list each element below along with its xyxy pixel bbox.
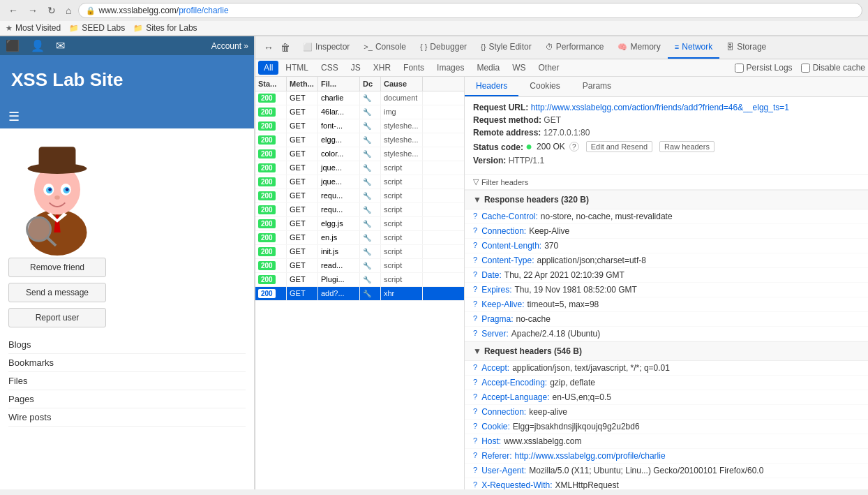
table-row[interactable]: 200 GET add?... 🔧 xhr: [255, 287, 464, 301]
tab-inspector[interactable]: ⬜ Inspector: [296, 36, 357, 59]
header-name: Accept-Language:: [481, 392, 549, 402]
status-help-icon[interactable]: ?: [569, 142, 579, 152]
help-icon[interactable]: ?: [473, 256, 477, 265]
help-icon[interactable]: ?: [473, 329, 477, 339]
table-row[interactable]: 200 GET Plugi... 🔧 script: [255, 273, 464, 287]
help-icon[interactable]: ?: [473, 466, 477, 475]
table-row[interactable]: 200 GET read... 🔧 script: [255, 259, 464, 273]
headers-tab-cookies[interactable]: Cookies: [518, 77, 571, 96]
tab-network[interactable]: ≡ Network: [668, 36, 719, 59]
table-row[interactable]: 200 GET elgg... 🔧 styleshe...: [255, 133, 464, 147]
nav-link-blogs[interactable]: Blogs: [8, 336, 246, 354]
mail-icon[interactable]: ✉: [56, 39, 65, 52]
bookmark-seed-labs[interactable]: 📁 SEED Labs: [69, 23, 125, 33]
tab-memory[interactable]: 🧠 Memory: [611, 36, 667, 59]
table-row[interactable]: 200 GET jque... 🔧 script: [255, 175, 464, 189]
raw-headers-button[interactable]: Raw headers: [659, 141, 714, 152]
response-headers-section[interactable]: ▼ Response headers (320 B): [465, 190, 868, 209]
nav-link-files[interactable]: Files: [8, 372, 246, 390]
subtab-media[interactable]: Media: [471, 61, 505, 75]
tab-inspector-label: Inspector: [315, 42, 350, 52]
site-title-bar: XSS Lab Site: [0, 55, 254, 105]
disable-cache-checkbox[interactable]: Disable cache: [801, 63, 865, 73]
help-icon[interactable]: ?: [473, 300, 477, 309]
subtab-xhr[interactable]: XHR: [368, 61, 396, 75]
back-button[interactable]: ←: [6, 3, 21, 17]
help-icon[interactable]: ?: [473, 422, 477, 431]
user-icon[interactable]: 👤: [31, 39, 45, 52]
help-icon[interactable]: ?: [473, 407, 477, 417]
subtab-other[interactable]: Other: [532, 61, 564, 75]
persist-logs-input[interactable]: [735, 64, 744, 73]
home-button[interactable]: ⌂: [63, 3, 74, 17]
method-cell: GET: [287, 287, 318, 300]
account-button[interactable]: Account »: [211, 41, 248, 51]
forward-button[interactable]: →: [25, 3, 40, 17]
table-row[interactable]: 200 GET font-... 🔧 styleshe...: [255, 119, 464, 133]
table-row[interactable]: 200 GET jque... 🔧 script: [255, 161, 464, 175]
help-icon[interactable]: ?: [473, 285, 477, 295]
col-method: Meth...: [287, 77, 318, 91]
tab-console[interactable]: >_ Console: [357, 36, 413, 59]
table-row[interactable]: 200 GET init.js 🔧 script: [255, 245, 464, 259]
subtab-js[interactable]: JS: [345, 61, 366, 75]
disable-cache-input[interactable]: [801, 64, 810, 73]
address-bar[interactable]: 🔒 www.xsslabelgg.com/profile/charlie: [78, 3, 862, 18]
headers-tab-headers[interactable]: Headers: [465, 77, 518, 96]
table-row[interactable]: 200 GET charlie 🔧 document: [255, 91, 464, 105]
filter-headers[interactable]: ▽ Filter headers: [465, 175, 868, 190]
nav-link-pages[interactable]: Pages: [8, 390, 246, 408]
help-icon[interactable]: ?: [473, 212, 477, 221]
table-row[interactable]: 200 GET requ... 🔧 script: [255, 189, 464, 203]
help-icon[interactable]: ?: [473, 451, 477, 461]
nav-link-bookmarks[interactable]: Bookmarks: [8, 354, 246, 372]
devtools-tabs: ↔ 🗑 ⬜ Inspector >_ Console { } Debugger …: [255, 36, 868, 59]
help-icon[interactable]: ?: [473, 363, 477, 373]
inspector-icon: ⬜: [303, 43, 313, 52]
method-cell: GET: [287, 175, 318, 189]
col-dc: Dc: [360, 77, 381, 91]
cause-cell: script: [381, 231, 423, 244]
nav-link-wire-posts[interactable]: Wire posts: [8, 408, 246, 427]
remove-friend-button[interactable]: Remove friend: [8, 258, 106, 277]
help-icon[interactable]: ?: [473, 480, 477, 489]
table-row[interactable]: 200 GET requ... 🔧 script: [255, 203, 464, 217]
responsive-design-button[interactable]: ↔: [261, 40, 276, 54]
hamburger-icon[interactable]: ☰: [8, 110, 20, 124]
subtab-html[interactable]: HTML: [280, 61, 314, 75]
request-headers-section[interactable]: ▼ Request headers (546 B): [465, 341, 868, 361]
status-cell: 200: [255, 133, 287, 147]
method-cell: GET: [287, 203, 318, 216]
refresh-button[interactable]: ↻: [45, 3, 59, 17]
bookmark-sites-for-labs[interactable]: 📁 Sites for Labs: [133, 23, 197, 33]
table-row[interactable]: 200 GET en.js 🔧 script: [255, 231, 464, 245]
table-row[interactable]: 200 GET color... 🔧 styleshe...: [255, 147, 464, 161]
subtab-fonts[interactable]: Fonts: [398, 61, 430, 75]
tab-style-editor[interactable]: {} Style Editor: [474, 36, 539, 59]
help-icon[interactable]: ?: [473, 392, 477, 402]
table-row[interactable]: 200 GET elgg.js 🔧 script: [255, 217, 464, 231]
help-icon[interactable]: ?: [473, 378, 477, 387]
file-cell: font-...: [318, 119, 360, 133]
edit-resend-button[interactable]: Edit and Resend: [586, 141, 652, 152]
report-user-button[interactable]: Report user: [8, 308, 106, 327]
persist-logs-checkbox[interactable]: Persist Logs: [735, 63, 793, 73]
help-icon[interactable]: ?: [473, 270, 477, 280]
browser-toolbar: ← → ↻ ⌂ 🔒 www.xsslabelgg.com/profile/cha…: [0, 0, 868, 21]
help-icon[interactable]: ?: [473, 241, 477, 251]
tab-storage[interactable]: 🗄 Storage: [719, 36, 773, 59]
help-icon[interactable]: ?: [473, 314, 477, 324]
help-icon[interactable]: ?: [473, 436, 477, 446]
tab-debugger[interactable]: { } Debugger: [413, 36, 474, 59]
clear-button[interactable]: 🗑: [278, 40, 293, 54]
table-row[interactable]: 200 GET 46lar... 🔧 img: [255, 105, 464, 119]
help-icon[interactable]: ?: [473, 226, 477, 236]
bookmark-most-visited[interactable]: ★ Most Visited: [6, 23, 61, 33]
subtab-css[interactable]: CSS: [315, 61, 344, 75]
subtab-all[interactable]: All: [258, 61, 278, 75]
headers-tab-params[interactable]: Params: [571, 77, 622, 96]
subtab-ws[interactable]: WS: [507, 61, 531, 75]
tab-performance[interactable]: ⏱ Performance: [539, 36, 611, 59]
send-message-button[interactable]: Send a message: [8, 283, 106, 302]
subtab-images[interactable]: Images: [431, 61, 470, 75]
